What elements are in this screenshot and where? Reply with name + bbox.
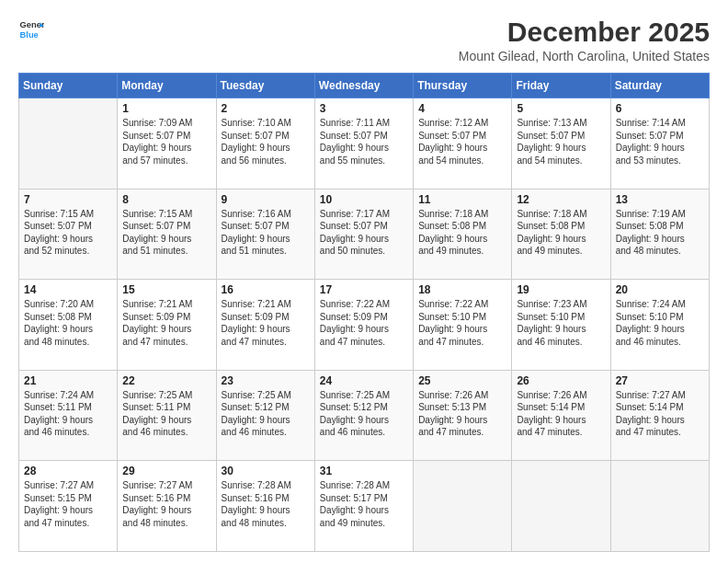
calendar-cell: 30Sunrise: 7:28 AM Sunset: 5:16 PM Dayli… xyxy=(216,461,314,552)
day-number: 16 xyxy=(222,283,310,296)
calendar-cell: 3Sunrise: 7:11 AM Sunset: 5:07 PM Daylig… xyxy=(314,98,413,190)
day-number: 1 xyxy=(122,102,210,115)
calendar-cell: 12Sunrise: 7:18 AM Sunset: 5:08 PM Dayli… xyxy=(512,189,610,280)
svg-text:Blue: Blue xyxy=(20,30,39,40)
calendar-header-row: SundayMondayTuesdayWednesdayThursdayFrid… xyxy=(19,74,710,98)
calendar-cell: 1Sunrise: 7:09 AM Sunset: 5:07 PM Daylig… xyxy=(118,98,216,190)
main-title: December 2025 xyxy=(459,17,710,47)
calendar-cell xyxy=(610,461,709,552)
calendar-table: SundayMondayTuesdayWednesdayThursdayFrid… xyxy=(18,73,710,552)
calendar-cell: 26Sunrise: 7:26 AM Sunset: 5:14 PM Dayli… xyxy=(512,370,610,461)
calendar-cell: 7Sunrise: 7:15 AM Sunset: 5:07 PM Daylig… xyxy=(19,189,118,280)
day-number: 3 xyxy=(320,102,408,115)
day-number: 24 xyxy=(320,374,408,387)
day-number: 10 xyxy=(320,193,408,206)
day-info: Sunrise: 7:25 AM Sunset: 5:12 PM Dayligh… xyxy=(222,389,310,439)
day-number: 8 xyxy=(122,193,210,206)
page: General Blue December 2025 Mount Gilead,… xyxy=(0,0,728,563)
calendar-cell: 21Sunrise: 7:24 AM Sunset: 5:11 PM Dayli… xyxy=(19,370,118,461)
header-day-monday: Monday xyxy=(118,74,216,98)
day-number: 19 xyxy=(517,283,605,296)
day-number: 6 xyxy=(616,102,704,115)
day-info: Sunrise: 7:11 AM Sunset: 5:07 PM Dayligh… xyxy=(320,117,408,167)
day-number: 21 xyxy=(24,374,112,387)
day-number: 28 xyxy=(24,465,112,477)
day-number: 23 xyxy=(222,374,310,387)
week-row-1: 7Sunrise: 7:15 AM Sunset: 5:07 PM Daylig… xyxy=(19,189,710,280)
calendar-cell: 9Sunrise: 7:16 AM Sunset: 5:07 PM Daylig… xyxy=(216,189,314,280)
logo-icon: General Blue xyxy=(18,17,44,42)
day-number: 27 xyxy=(616,374,704,387)
day-info: Sunrise: 7:19 AM Sunset: 5:08 PM Dayligh… xyxy=(616,208,704,258)
subtitle: Mount Gilead, North Carolina, United Sta… xyxy=(459,49,710,63)
day-info: Sunrise: 7:21 AM Sunset: 5:09 PM Dayligh… xyxy=(222,298,310,348)
calendar-cell: 2Sunrise: 7:10 AM Sunset: 5:07 PM Daylig… xyxy=(216,98,314,190)
day-number: 9 xyxy=(222,193,310,206)
day-number: 14 xyxy=(24,283,112,296)
calendar-cell: 23Sunrise: 7:25 AM Sunset: 5:12 PM Dayli… xyxy=(216,370,314,461)
day-number: 25 xyxy=(418,374,506,387)
day-number: 22 xyxy=(122,374,210,387)
calendar-cell: 22Sunrise: 7:25 AM Sunset: 5:11 PM Dayli… xyxy=(118,370,216,461)
header: General Blue December 2025 Mount Gilead,… xyxy=(18,17,710,63)
day-info: Sunrise: 7:24 AM Sunset: 5:11 PM Dayligh… xyxy=(24,389,112,439)
week-row-4: 28Sunrise: 7:27 AM Sunset: 5:15 PM Dayli… xyxy=(19,461,710,552)
calendar-cell: 27Sunrise: 7:27 AM Sunset: 5:14 PM Dayli… xyxy=(610,370,709,461)
day-info: Sunrise: 7:22 AM Sunset: 5:10 PM Dayligh… xyxy=(418,298,506,348)
day-info: Sunrise: 7:10 AM Sunset: 5:07 PM Dayligh… xyxy=(222,117,310,167)
day-info: Sunrise: 7:18 AM Sunset: 5:08 PM Dayligh… xyxy=(517,208,605,258)
day-info: Sunrise: 7:15 AM Sunset: 5:07 PM Dayligh… xyxy=(24,208,112,258)
day-number: 31 xyxy=(320,465,408,477)
day-info: Sunrise: 7:20 AM Sunset: 5:08 PM Dayligh… xyxy=(24,298,112,348)
day-info: Sunrise: 7:28 AM Sunset: 5:16 PM Dayligh… xyxy=(222,479,310,529)
calendar-cell: 4Sunrise: 7:12 AM Sunset: 5:07 PM Daylig… xyxy=(414,98,512,190)
day-number: 15 xyxy=(122,283,210,296)
header-day-tuesday: Tuesday xyxy=(216,74,314,98)
calendar-cell: 17Sunrise: 7:22 AM Sunset: 5:09 PM Dayli… xyxy=(314,280,413,371)
calendar-cell: 16Sunrise: 7:21 AM Sunset: 5:09 PM Dayli… xyxy=(216,280,314,371)
day-info: Sunrise: 7:26 AM Sunset: 5:13 PM Dayligh… xyxy=(418,389,506,439)
day-info: Sunrise: 7:27 AM Sunset: 5:14 PM Dayligh… xyxy=(616,389,704,439)
day-number: 13 xyxy=(616,193,704,206)
calendar-cell: 15Sunrise: 7:21 AM Sunset: 5:09 PM Dayli… xyxy=(118,280,216,371)
day-number: 12 xyxy=(517,193,605,206)
header-day-thursday: Thursday xyxy=(414,74,512,98)
calendar-cell xyxy=(414,461,512,552)
day-info: Sunrise: 7:14 AM Sunset: 5:07 PM Dayligh… xyxy=(616,117,704,167)
logo: General Blue xyxy=(18,17,44,42)
week-row-0: 1Sunrise: 7:09 AM Sunset: 5:07 PM Daylig… xyxy=(19,98,710,190)
day-info: Sunrise: 7:26 AM Sunset: 5:14 PM Dayligh… xyxy=(517,389,605,439)
day-number: 26 xyxy=(517,374,605,387)
day-info: Sunrise: 7:16 AM Sunset: 5:07 PM Dayligh… xyxy=(222,208,310,258)
day-info: Sunrise: 7:18 AM Sunset: 5:08 PM Dayligh… xyxy=(418,208,506,258)
day-number: 11 xyxy=(418,193,506,206)
day-info: Sunrise: 7:24 AM Sunset: 5:10 PM Dayligh… xyxy=(616,298,704,348)
title-block: December 2025 Mount Gilead, North Caroli… xyxy=(459,17,710,63)
day-info: Sunrise: 7:21 AM Sunset: 5:09 PM Dayligh… xyxy=(122,298,210,348)
day-info: Sunrise: 7:13 AM Sunset: 5:07 PM Dayligh… xyxy=(517,117,605,167)
calendar-cell: 13Sunrise: 7:19 AM Sunset: 5:08 PM Dayli… xyxy=(610,189,709,280)
calendar-cell xyxy=(19,98,118,190)
calendar-cell: 25Sunrise: 7:26 AM Sunset: 5:13 PM Dayli… xyxy=(414,370,512,461)
header-day-sunday: Sunday xyxy=(19,74,118,98)
calendar-cell: 20Sunrise: 7:24 AM Sunset: 5:10 PM Dayli… xyxy=(610,280,709,371)
calendar-cell: 18Sunrise: 7:22 AM Sunset: 5:10 PM Dayli… xyxy=(414,280,512,371)
calendar-cell xyxy=(512,461,610,552)
day-number: 30 xyxy=(222,465,310,477)
day-number: 7 xyxy=(24,193,112,206)
day-info: Sunrise: 7:27 AM Sunset: 5:15 PM Dayligh… xyxy=(24,479,112,529)
day-number: 2 xyxy=(222,102,310,115)
day-info: Sunrise: 7:23 AM Sunset: 5:10 PM Dayligh… xyxy=(517,298,605,348)
day-info: Sunrise: 7:09 AM Sunset: 5:07 PM Dayligh… xyxy=(122,117,210,167)
calendar-cell: 5Sunrise: 7:13 AM Sunset: 5:07 PM Daylig… xyxy=(512,98,610,190)
day-number: 18 xyxy=(418,283,506,296)
header-day-friday: Friday xyxy=(512,74,610,98)
calendar-cell: 24Sunrise: 7:25 AM Sunset: 5:12 PM Dayli… xyxy=(314,370,413,461)
calendar-cell: 14Sunrise: 7:20 AM Sunset: 5:08 PM Dayli… xyxy=(19,280,118,371)
day-number: 29 xyxy=(122,465,210,477)
day-info: Sunrise: 7:25 AM Sunset: 5:11 PM Dayligh… xyxy=(122,389,210,439)
calendar-cell: 31Sunrise: 7:28 AM Sunset: 5:17 PM Dayli… xyxy=(314,461,413,552)
calendar-cell: 19Sunrise: 7:23 AM Sunset: 5:10 PM Dayli… xyxy=(512,280,610,371)
day-info: Sunrise: 7:12 AM Sunset: 5:07 PM Dayligh… xyxy=(418,117,506,167)
day-info: Sunrise: 7:22 AM Sunset: 5:09 PM Dayligh… xyxy=(320,298,408,348)
